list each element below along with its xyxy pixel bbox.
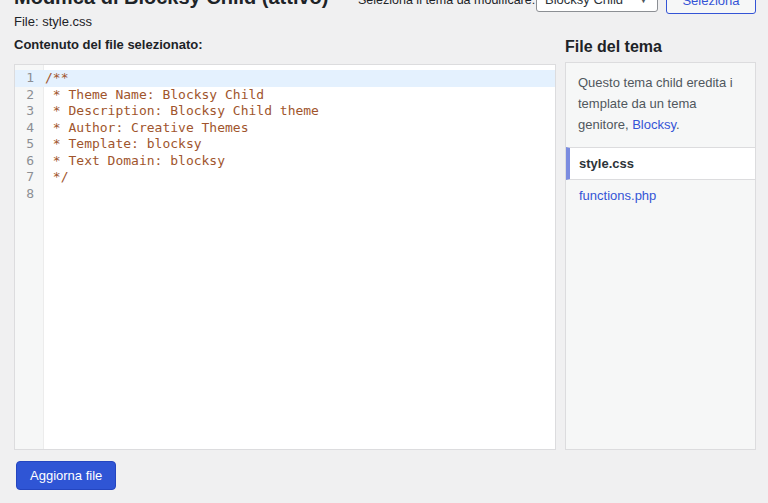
editor-line[interactable]: 4 * Author: Creative Themes bbox=[15, 120, 555, 137]
code-text: * Description: Blocksy Child theme bbox=[39, 103, 319, 120]
line-number: 8 bbox=[15, 186, 39, 203]
code-text: * Text Domain: blocksy bbox=[39, 153, 225, 170]
code-text: * Theme Name: Blocksy Child bbox=[39, 87, 264, 104]
editor-line[interactable]: 3 * Description: Blocksy Child theme bbox=[15, 103, 555, 120]
editor-line[interactable]: 7 */ bbox=[15, 169, 555, 186]
code-text: /** bbox=[39, 70, 68, 87]
line-number: 2 bbox=[15, 87, 39, 104]
current-file-label: File: style.css bbox=[14, 14, 92, 29]
line-number: 4 bbox=[15, 120, 39, 137]
theme-file-item[interactable]: functions.php bbox=[566, 180, 755, 211]
theme-selector-label: Seleziona il tema da modificare: bbox=[358, 0, 535, 7]
chevron-down-icon: ▼ bbox=[638, 0, 649, 5]
parent-theme-link[interactable]: Blocksy bbox=[632, 117, 676, 132]
editor-line[interactable]: 8 bbox=[15, 186, 555, 203]
file-content-label: Contenuto del file selezionato: bbox=[14, 37, 203, 52]
line-number: 6 bbox=[15, 153, 39, 170]
code-text: * Template: blocksy bbox=[39, 136, 202, 153]
line-number: 1 bbox=[15, 70, 39, 87]
code-text bbox=[39, 186, 45, 203]
editor-line[interactable]: 2 * Theme Name: Blocksy Child bbox=[15, 87, 555, 104]
description-period: . bbox=[676, 117, 680, 132]
theme-select-dropdown[interactable]: Blocksy Child ▼ bbox=[536, 0, 658, 12]
theme-files-heading: File del tema bbox=[565, 38, 662, 56]
theme-files-panel: Questo tema child eredita i template da … bbox=[565, 62, 756, 450]
code-editor[interactable]: 1/**2 * Theme Name: Blocksy Child3 * Des… bbox=[14, 64, 556, 450]
line-number: 5 bbox=[15, 136, 39, 153]
code-text: */ bbox=[39, 169, 68, 186]
theme-select-value: Blocksy Child bbox=[545, 0, 623, 7]
select-theme-button[interactable]: Seleziona bbox=[666, 0, 756, 14]
editor-line[interactable]: 5 * Template: blocksy bbox=[15, 136, 555, 153]
page-title: Modifica di Blocksy Child (attivo) bbox=[14, 0, 328, 9]
line-number: 7 bbox=[15, 169, 39, 186]
child-theme-description: Questo tema child eredita i template da … bbox=[566, 63, 755, 147]
editor-line[interactable]: 1/** bbox=[15, 70, 555, 87]
update-file-button[interactable]: Aggiorna file bbox=[16, 461, 116, 490]
theme-file-item[interactable]: style.css bbox=[566, 147, 755, 180]
editor-line[interactable]: 6 * Text Domain: blocksy bbox=[15, 153, 555, 170]
code-text: * Author: Creative Themes bbox=[39, 120, 249, 137]
line-number: 3 bbox=[15, 103, 39, 120]
theme-file-list: style.cssfunctions.php bbox=[566, 147, 755, 211]
editor-rows: 1/**2 * Theme Name: Blocksy Child3 * Des… bbox=[15, 65, 555, 202]
